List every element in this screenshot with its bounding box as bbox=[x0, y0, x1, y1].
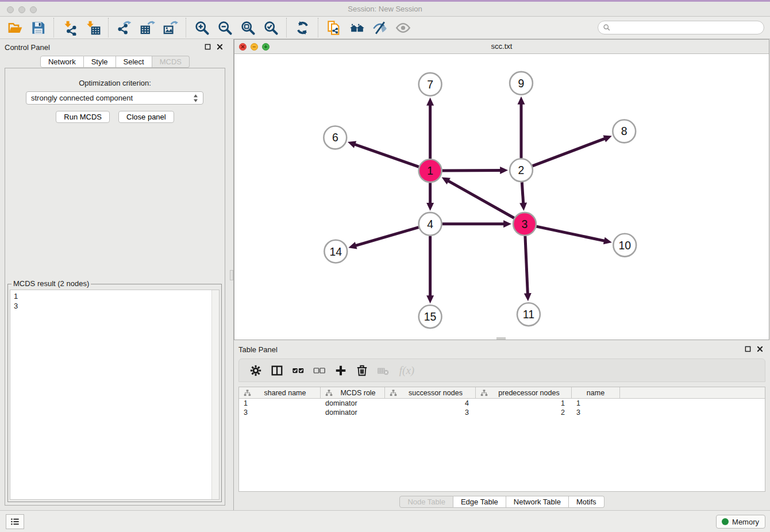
window-close-button[interactable] bbox=[7, 6, 14, 13]
zoom-selected-button[interactable] bbox=[259, 17, 282, 38]
mcds-result-textarea[interactable]: 1 3 bbox=[10, 290, 220, 500]
search-input[interactable] bbox=[614, 24, 759, 32]
network-minimize-icon[interactable]: − bbox=[251, 43, 258, 51]
cell-predecessor-nodes[interactable]: 2 bbox=[476, 408, 572, 417]
edge-1-to-7[interactable] bbox=[426, 98, 434, 159]
cell-successor-nodes[interactable]: 3 bbox=[385, 408, 476, 417]
float-panel-icon[interactable] bbox=[205, 44, 211, 50]
export-network-button[interactable] bbox=[113, 17, 136, 38]
column-header-successor-nodes[interactable]: successor nodes bbox=[385, 387, 476, 398]
tab-style[interactable]: Style bbox=[84, 56, 116, 68]
canvas-scroll-grip[interactable] bbox=[496, 337, 506, 340]
edge-4-to-14[interactable] bbox=[348, 228, 418, 249]
node-11[interactable]: 11 bbox=[517, 303, 540, 326]
duplicate-network-button[interactable] bbox=[322, 17, 345, 38]
table-row[interactable]: 1dominator411 bbox=[239, 399, 765, 408]
apply-layout-button[interactable] bbox=[291, 17, 314, 38]
hide-selected-button[interactable] bbox=[368, 17, 391, 38]
tab-mcds[interactable]: MCDS bbox=[152, 56, 190, 68]
node-label: 2 bbox=[518, 164, 525, 176]
result-scrollbar[interactable] bbox=[211, 290, 219, 499]
open-file-button[interactable] bbox=[3, 17, 26, 38]
create-column-button[interactable] bbox=[330, 361, 351, 380]
edge-4-to-3[interactable] bbox=[442, 220, 512, 228]
cell-name[interactable]: 3 bbox=[572, 408, 620, 417]
column-settings-button[interactable] bbox=[245, 361, 266, 380]
node-9[interactable]: 9 bbox=[510, 72, 533, 95]
panel-splitter[interactable] bbox=[230, 39, 234, 510]
zoom-in-button[interactable] bbox=[190, 17, 213, 38]
node-1[interactable]: 1 bbox=[419, 159, 442, 182]
import-table-button[interactable] bbox=[81, 17, 104, 38]
cell-shared-name[interactable]: 1 bbox=[239, 399, 321, 408]
cell-successor-nodes[interactable]: 4 bbox=[385, 399, 476, 408]
fit-content-button[interactable] bbox=[236, 17, 259, 38]
import-network-button[interactable] bbox=[58, 17, 81, 38]
select-all-checks-button[interactable] bbox=[287, 361, 309, 380]
criterion-dropdown[interactable]: strongly connected component bbox=[26, 91, 203, 105]
save-session-button[interactable] bbox=[26, 17, 49, 38]
cell-name[interactable]: 1 bbox=[572, 399, 620, 408]
task-history-button[interactable] bbox=[6, 514, 24, 529]
edge-1-to-4[interactable] bbox=[426, 183, 434, 211]
node-3[interactable]: 3 bbox=[513, 213, 536, 236]
delete-table-button[interactable] bbox=[372, 361, 394, 380]
tab-edge-table[interactable]: Edge Table bbox=[453, 496, 506, 508]
cell-predecessor-nodes[interactable]: 1 bbox=[476, 399, 572, 408]
node-15[interactable]: 15 bbox=[419, 305, 442, 328]
tab-motifs[interactable]: Motifs bbox=[569, 496, 605, 508]
delete-columns-button[interactable] bbox=[351, 361, 372, 380]
close-table-panel-icon[interactable] bbox=[757, 346, 763, 352]
edge-3-to-1[interactable] bbox=[442, 177, 514, 218]
column-header-predecessor-nodes[interactable]: predecessor nodes bbox=[476, 387, 572, 398]
node-2[interactable]: 2 bbox=[510, 159, 533, 182]
function-builder-button[interactable]: f(x) bbox=[394, 361, 420, 380]
edge-4-to-15[interactable] bbox=[426, 236, 434, 304]
edge-1-to-2[interactable] bbox=[442, 167, 509, 174]
float-table-panel-icon[interactable] bbox=[745, 346, 751, 352]
splitter-grip[interactable] bbox=[230, 270, 233, 280]
edge-3-to-10[interactable] bbox=[536, 226, 611, 244]
window-minimize-button[interactable] bbox=[18, 6, 25, 13]
edge-2-to-3[interactable] bbox=[519, 182, 527, 211]
run-mcds-button[interactable]: Run MCDS bbox=[56, 111, 110, 123]
edge-3-to-11[interactable] bbox=[524, 236, 532, 302]
tab-network[interactable]: Network bbox=[40, 56, 84, 68]
cell-mcds-role[interactable]: dominator bbox=[321, 399, 385, 408]
node-6[interactable]: 6 bbox=[324, 126, 346, 149]
edge-1-to-6[interactable] bbox=[348, 141, 419, 167]
export-image-button[interactable] bbox=[159, 17, 182, 38]
node-10[interactable]: 10 bbox=[613, 234, 636, 257]
column-header-mcds-role[interactable]: MCDS role bbox=[321, 387, 385, 398]
tab-network-table[interactable]: Network Table bbox=[506, 496, 569, 508]
tab-select[interactable]: Select bbox=[116, 56, 152, 68]
table-row[interactable]: 3dominator323 bbox=[239, 408, 765, 417]
edge-2-to-9[interactable] bbox=[518, 97, 525, 159]
clear-all-checks-button[interactable] bbox=[309, 361, 330, 380]
window-zoom-button[interactable] bbox=[30, 6, 37, 13]
close-panel-button[interactable]: Close panel bbox=[118, 111, 174, 123]
search-icon bbox=[603, 24, 611, 32]
network-maximize-icon[interactable]: + bbox=[262, 43, 270, 51]
network-close-icon[interactable]: ✕ bbox=[239, 43, 247, 51]
edge-2-to-8[interactable] bbox=[533, 135, 612, 165]
network-canvas[interactable]: 7968124314101511 bbox=[234, 55, 769, 340]
zoom-out-button[interactable] bbox=[213, 17, 236, 38]
arrowhead-icon bbox=[426, 98, 434, 106]
export-table-button[interactable] bbox=[136, 17, 159, 38]
search-box[interactable] bbox=[598, 21, 764, 34]
node-4[interactable]: 4 bbox=[419, 213, 442, 236]
close-panel-icon[interactable] bbox=[217, 44, 223, 50]
tab-node-table[interactable]: Node Table bbox=[399, 496, 453, 508]
column-header-name[interactable]: name bbox=[572, 387, 620, 398]
node-8[interactable]: 8 bbox=[613, 120, 636, 143]
column-header-shared-name[interactable]: shared name bbox=[239, 387, 321, 398]
cell-shared-name[interactable]: 3 bbox=[239, 408, 321, 417]
show-hide-columns-button[interactable] bbox=[266, 361, 287, 380]
show-all-button[interactable] bbox=[391, 17, 414, 38]
node-7[interactable]: 7 bbox=[419, 73, 442, 96]
node-14[interactable]: 14 bbox=[324, 240, 347, 263]
memory-button[interactable]: Memory bbox=[716, 515, 765, 529]
first-neighbors-button[interactable] bbox=[345, 17, 368, 38]
cell-mcds-role[interactable]: dominator bbox=[321, 408, 385, 417]
